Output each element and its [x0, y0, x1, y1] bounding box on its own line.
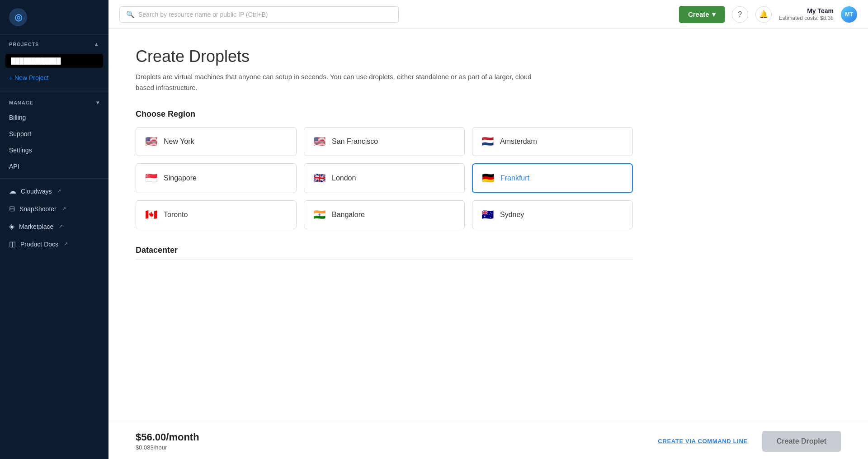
region-london[interactable]: 🇬🇧 London	[304, 163, 465, 193]
sidebar-item-api[interactable]: API	[0, 158, 108, 175]
create-button[interactable]: Create ▾	[679, 6, 725, 23]
price-main: $56.00/month	[136, 431, 643, 443]
projects-section-header[interactable]: PROJECTS ▲	[0, 34, 108, 51]
region-bangalore-label: Bangalore	[332, 211, 365, 219]
marketplace-icon: ◈	[9, 222, 14, 231]
sidebar-item-product-docs[interactable]: ◫ Product Docs ↗	[0, 235, 108, 253]
flag-london: 🇬🇧	[313, 172, 326, 184]
region-london-label: London	[332, 174, 356, 182]
region-bangalore[interactable]: 🇮🇳 Bangalore	[304, 200, 465, 229]
choose-region-title: Choose Region	[136, 109, 841, 119]
sidebar-divider-2	[0, 178, 108, 179]
region-new-york-label: New York	[164, 137, 194, 146]
flag-frankfurt: 🇩🇪	[482, 172, 494, 184]
search-placeholder: Search by resource name or public IP (Ct…	[138, 11, 268, 18]
region-frankfurt-label: Frankfurt	[500, 174, 529, 182]
sidebar-item-cloudways[interactable]: ☁ Cloudways ↗	[0, 182, 108, 200]
manage-section-header[interactable]: MANAGE ▾	[0, 93, 108, 109]
projects-label: PROJECTS	[9, 42, 39, 47]
region-sydney-label: Sydney	[500, 211, 524, 219]
new-project-button[interactable]: + New Project	[0, 71, 108, 85]
manage-chevron: ▾	[96, 99, 99, 106]
sidebar-divider-1	[0, 89, 108, 89]
help-icon: ?	[738, 10, 742, 19]
cloudways-label: Cloudways	[21, 188, 52, 195]
bell-icon: 🔔	[759, 10, 768, 19]
region-amsterdam[interactable]: 🇳🇱 Amsterdam	[472, 127, 633, 156]
datacenter-section: Datacenter	[136, 246, 633, 260]
cloudways-arrow: ↗	[57, 188, 61, 194]
page-description: Droplets are virtual machines that anyon…	[136, 71, 542, 93]
api-label: API	[9, 163, 19, 170]
billing-label: Billing	[9, 114, 26, 121]
search-icon: 🔍	[126, 10, 135, 19]
region-toronto[interactable]: 🇨🇦 Toronto	[136, 200, 297, 229]
product-docs-label: Product Docs	[20, 241, 58, 248]
team-cost: Estimated costs: $8.38	[779, 15, 834, 22]
cloudways-icon: ☁	[9, 187, 16, 195]
region-singapore[interactable]: 🇸🇬 Singapore	[136, 163, 297, 193]
datacenter-title: Datacenter	[136, 246, 633, 255]
snapshooter-label: SnapShooter	[19, 205, 57, 213]
flag-san-francisco: 🇺🇸	[313, 136, 326, 147]
create-chevron: ▾	[712, 10, 716, 19]
logo-icon: ◎	[9, 8, 27, 26]
region-sydney[interactable]: 🇦🇺 Sydney	[472, 200, 633, 229]
footer-bar: $56.00/month $0.083/hour CREATE VIA COMM…	[108, 423, 868, 459]
avatar[interactable]: MT	[841, 6, 857, 23]
sidebar-item-billing[interactable]: Billing	[0, 109, 108, 126]
manage-label: MANAGE	[9, 100, 33, 105]
flag-singapore: 🇸🇬	[145, 172, 157, 184]
project-item[interactable]: ████████████	[5, 54, 103, 68]
sidebar-item-marketplace[interactable]: ◈ Marketplace ↗	[0, 218, 108, 235]
price-block: $56.00/month $0.083/hour	[136, 431, 643, 451]
product-docs-icon: ◫	[9, 240, 16, 248]
search-bar[interactable]: 🔍 Search by resource name or public IP (…	[119, 6, 399, 23]
sidebar: ◎ PROJECTS ▲ ████████████ + New Project …	[0, 0, 108, 459]
snapshooter-icon: ⊟	[9, 204, 15, 213]
product-docs-arrow: ↗	[64, 241, 68, 247]
region-san-francisco[interactable]: 🇺🇸 San Francisco	[304, 127, 465, 156]
create-via-command-line-link[interactable]: CREATE VIA COMMAND LINE	[658, 438, 747, 445]
team-name: My Team	[779, 7, 834, 15]
snapshooter-arrow: ↗	[62, 206, 66, 212]
region-singapore-label: Singapore	[164, 174, 197, 182]
page-title: Create Droplets	[136, 47, 841, 66]
sidebar-item-settings[interactable]: Settings	[0, 142, 108, 158]
support-label: Support	[9, 130, 31, 137]
region-grid: 🇺🇸 New York 🇺🇸 San Francisco 🇳🇱 Amsterda…	[136, 127, 633, 229]
marketplace-label: Marketplace	[19, 223, 53, 230]
price-hourly: $0.083/hour	[136, 444, 643, 451]
sidebar-logo: ◎	[0, 0, 108, 34]
page-content: Create Droplets Droplets are virtual mac…	[108, 29, 868, 423]
settings-label: Settings	[9, 147, 32, 154]
projects-chevron: ▲	[94, 41, 99, 47]
datacenter-divider	[136, 260, 633, 260]
region-san-francisco-label: San Francisco	[332, 137, 378, 146]
sidebar-item-snapshooter[interactable]: ⊟ SnapShooter ↗	[0, 200, 108, 218]
flag-toronto: 🇨🇦	[145, 209, 157, 221]
marketplace-arrow: ↗	[59, 223, 63, 229]
help-button[interactable]: ?	[732, 6, 748, 23]
flag-sydney: 🇦🇺	[481, 209, 494, 221]
sidebar-item-support[interactable]: Support	[0, 126, 108, 142]
team-info: My Team Estimated costs: $8.38	[779, 7, 834, 22]
main-panel: 🔍 Search by resource name or public IP (…	[108, 0, 868, 459]
new-project-label: + New Project	[9, 74, 49, 81]
region-amsterdam-label: Amsterdam	[500, 137, 537, 146]
region-frankfurt[interactable]: 🇩🇪 Frankfurt	[472, 163, 633, 193]
flag-new-york: 🇺🇸	[145, 136, 157, 147]
notifications-button[interactable]: 🔔	[755, 6, 772, 23]
header: 🔍 Search by resource name or public IP (…	[108, 0, 868, 29]
flag-amsterdam: 🇳🇱	[481, 136, 494, 147]
flag-bangalore: 🇮🇳	[313, 209, 326, 221]
region-toronto-label: Toronto	[164, 211, 188, 219]
create-label: Create	[688, 10, 709, 18]
create-droplet-button[interactable]: Create Droplet	[762, 431, 841, 452]
region-new-york[interactable]: 🇺🇸 New York	[136, 127, 297, 156]
